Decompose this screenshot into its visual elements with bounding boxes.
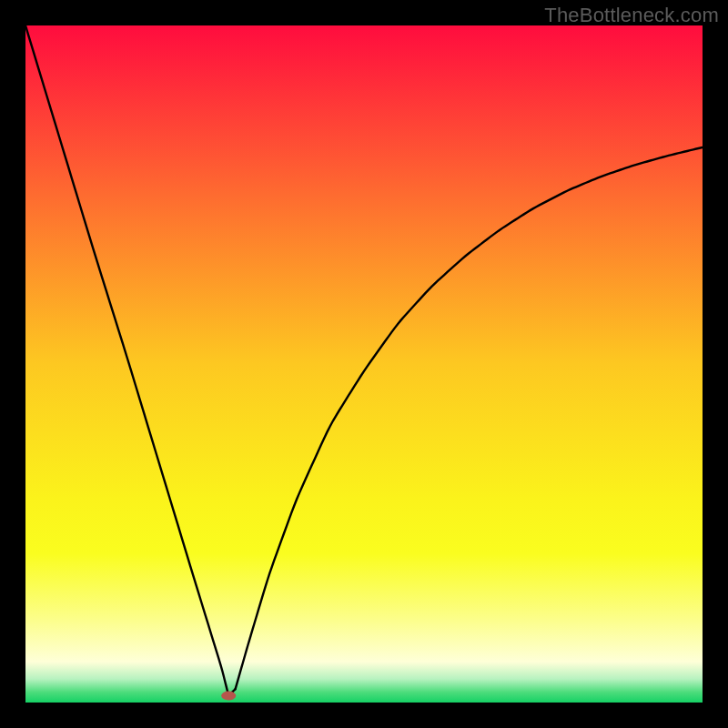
minimum-marker: [221, 692, 236, 701]
gradient-background: [25, 25, 703, 703]
watermark-text: TheBottleneck.com: [544, 4, 719, 27]
plot-area: [25, 25, 703, 703]
chart-frame: TheBottleneck.com: [0, 0, 728, 728]
chart-svg: [25, 25, 703, 703]
